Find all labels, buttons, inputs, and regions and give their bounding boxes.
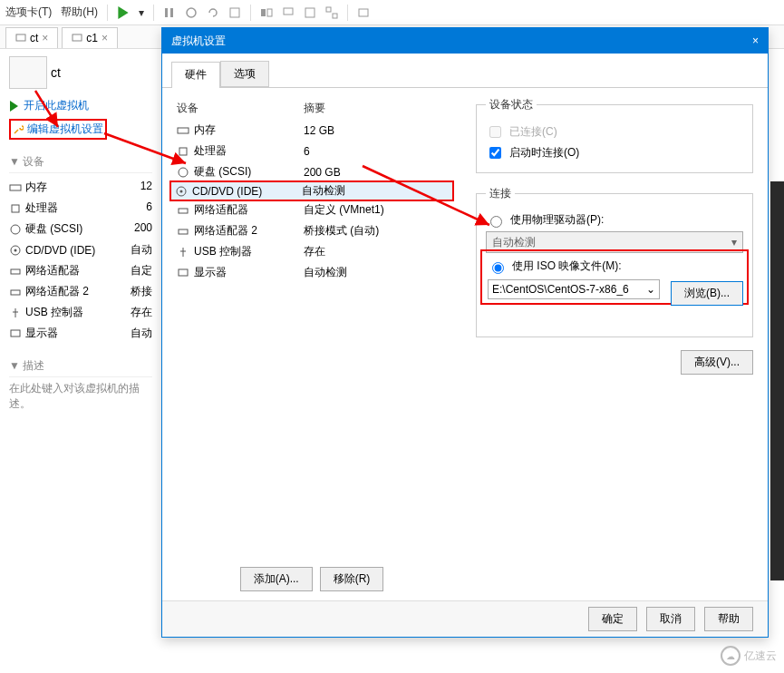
tab-label: ct (30, 32, 38, 44)
snapshot-icon[interactable] (185, 6, 198, 19)
edit-settings-link[interactable]: 编辑虚拟机设置 (9, 119, 152, 140)
network-icon (9, 265, 22, 278)
vm-settings-dialog: 虚拟机设置 × 硬件 选项 设备 摘要 内存12 GB 处理器6 硬盘 (SCS… (161, 27, 769, 638)
svg-point-23 (179, 168, 188, 177)
connected-checkbox[interactable]: 已连接(C) (486, 123, 743, 141)
background-strip (770, 181, 784, 580)
disk-icon (177, 166, 189, 179)
description-placeholder[interactable]: 在此处键入对该虚拟机的描述。 (9, 381, 152, 412)
use-physical-radio[interactable]: 使用物理驱动器(P): (486, 212, 743, 228)
svg-rect-27 (179, 229, 188, 234)
svg-rect-12 (73, 34, 82, 41)
svg-rect-9 (333, 14, 337, 18)
cpu-icon (9, 202, 22, 215)
dialog-tabs: 硬件 选项 (162, 54, 768, 88)
separator (107, 5, 108, 21)
view-icon[interactable] (260, 6, 273, 19)
close-icon[interactable]: × (42, 32, 48, 44)
list-item[interactable]: 内存12 GB (171, 120, 452, 141)
browse-button[interactable]: 浏览(B)... (671, 281, 743, 306)
cloud-icon: ☁ (721, 646, 740, 666)
hw-row[interactable]: CD/DVD (IDE)自动 (9, 239, 152, 260)
description-heading: ▼ 描述 (9, 358, 152, 377)
svg-rect-28 (179, 269, 188, 276)
hardware-list-panel: 设备 摘要 内存12 GB 处理器6 硬盘 (SCSI)200 GB CD/DV… (162, 88, 461, 632)
tab-label: c1 (86, 32, 98, 44)
close-icon[interactable]: × (102, 32, 108, 44)
cpu-icon (177, 145, 189, 158)
col-device-header: 设备 (177, 101, 304, 116)
connection-group: 连接 使用物理驱动器(P): 自动检测▾ 使用 ISO 映像文件(M): E:\… (476, 186, 753, 337)
memory-icon (9, 181, 22, 194)
list-item-cddvd[interactable]: CD/DVD (IDE)自动检测 (169, 180, 454, 201)
group-label: 连接 (486, 186, 515, 201)
hw-row[interactable]: 硬盘 (SCSI)200 (9, 219, 152, 239)
device-status-group: 设备状态 已连接(C) 启动时连接(O) (476, 97, 753, 173)
manage-icon[interactable] (228, 6, 241, 19)
hw-row[interactable]: 网络适配器自定 (9, 260, 152, 281)
library-icon[interactable] (357, 6, 370, 19)
separator (153, 5, 154, 21)
tab-hardware[interactable]: 硬件 (171, 62, 220, 88)
svg-rect-21 (178, 128, 189, 133)
iso-path-dropdown[interactable]: E:\CentOS\CentOS-7-x86_6 ⌄ (488, 279, 660, 299)
ok-button[interactable]: 确定 (588, 607, 637, 631)
svg-rect-0 (165, 8, 168, 17)
power-on-link[interactable]: 开启此虚拟机 (9, 98, 152, 113)
svg-rect-22 (179, 148, 187, 155)
list-item[interactable]: USB 控制器存在 (171, 241, 452, 262)
list-item[interactable]: 网络适配器自定义 (VMnet1) (171, 200, 452, 220)
disk-icon (9, 223, 22, 236)
svg-rect-18 (11, 269, 20, 274)
dropdown-caret-icon[interactable]: ▾ (139, 6, 144, 19)
display-icon (9, 327, 22, 340)
hw-row[interactable]: USB 控制器存在 (9, 302, 152, 323)
remove-button[interactable]: 移除(R) (320, 567, 384, 591)
list-item[interactable]: 网络适配器 2桥接模式 (自动) (171, 220, 452, 241)
menu-help[interactable]: 帮助(H) (61, 5, 98, 20)
display-icon (177, 267, 189, 279)
hw-row[interactable]: 处理器6 (9, 198, 152, 219)
vm-icon (72, 33, 82, 44)
left-hw-list: 内存12 处理器6 硬盘 (SCSI)200 CD/DVD (IDE)自动 网络… (9, 177, 152, 344)
list-item[interactable]: 显示器自动检测 (171, 262, 452, 283)
svg-rect-26 (179, 209, 188, 213)
svg-point-25 (180, 190, 183, 192)
separator (250, 5, 251, 21)
help-button[interactable]: 帮助 (704, 607, 753, 631)
view2-icon[interactable] (282, 6, 295, 19)
revert-icon[interactable] (207, 6, 219, 19)
usb-icon (177, 246, 189, 258)
use-iso-radio[interactable]: 使用 ISO 映像文件(M): (488, 258, 741, 274)
devices-heading: ▼ 设备 (9, 154, 152, 173)
tab-c1[interactable]: c1 × (62, 27, 118, 48)
add-button[interactable]: 添加(A)... (240, 567, 313, 591)
fullscreen-icon[interactable] (304, 6, 316, 19)
cancel-button[interactable]: 取消 (646, 607, 695, 631)
tab-options[interactable]: 选项 (220, 61, 269, 87)
hw-row[interactable]: 网络适配器 2桥接 (9, 281, 152, 302)
suspend-icon[interactable] (163, 6, 176, 19)
tab-ct[interactable]: ct × (5, 27, 58, 48)
svg-rect-3 (230, 8, 239, 17)
network-icon (177, 204, 189, 217)
list-item[interactable]: 硬盘 (SCSI)200 GB (171, 161, 452, 182)
close-icon[interactable]: × (752, 34, 759, 47)
play-icon[interactable] (117, 6, 130, 19)
connect-at-poweron-checkbox[interactable]: 启动时连接(O) (486, 144, 743, 161)
svg-rect-19 (11, 290, 20, 295)
vm-name: ct (51, 65, 61, 80)
unity-icon[interactable] (325, 6, 338, 19)
usb-icon (9, 307, 22, 319)
svg-point-17 (15, 249, 17, 251)
hw-row[interactable]: 显示器自动 (9, 323, 152, 344)
advanced-button[interactable]: 高级(V)... (681, 350, 753, 375)
list-item[interactable]: 处理器6 (171, 141, 452, 161)
menu-tabs[interactable]: 选项卡(T) (5, 5, 52, 20)
col-summary-header: 摘要 (304, 101, 325, 116)
svg-point-15 (11, 225, 20, 234)
network-icon (177, 225, 189, 238)
cd-icon (175, 185, 188, 198)
hw-row[interactable]: 内存12 (9, 177, 152, 198)
add-remove-row: 添加(A)... 移除(R) (171, 567, 452, 591)
